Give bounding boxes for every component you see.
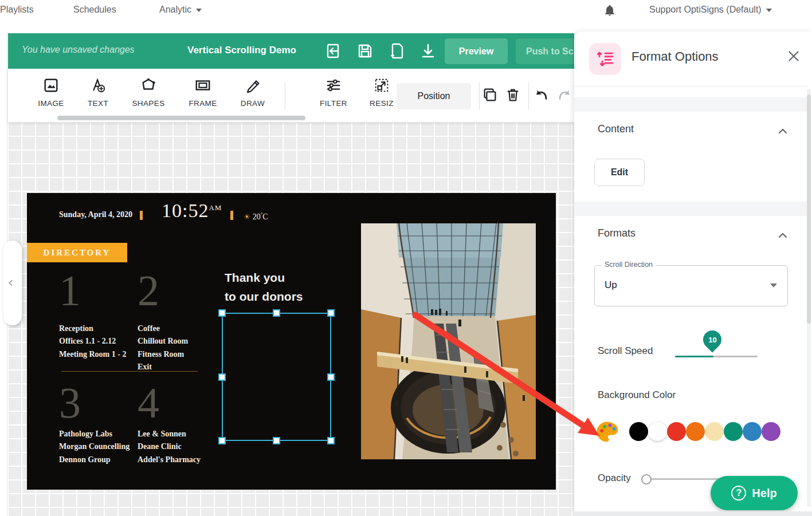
scroll-direction-label: Scroll Direction <box>602 261 656 269</box>
color-swatch-cream[interactable] <box>705 422 724 441</box>
close-panel-button[interactable] <box>786 49 801 64</box>
toolbar-divider <box>479 82 480 110</box>
panel-scrollbar-thumb[interactable] <box>807 94 811 324</box>
panel-title: Format Options <box>631 49 719 64</box>
opacity-label: Opacity <box>598 472 631 484</box>
separator-bar <box>230 211 233 220</box>
canvas-clock: 10:52AM <box>162 200 222 222</box>
directory-banner: DIRECTORY <box>27 243 127 262</box>
tools-toolbar: IMAGE TEXT SHAPES FRAME DRAW FILTER RESI… <box>8 69 574 122</box>
chevron-up-icon <box>776 229 790 242</box>
open-file-button[interactable] <box>324 42 343 60</box>
opacity-slider-thumb[interactable] <box>641 474 652 485</box>
signage-canvas[interactable]: Sunday, April 4, 2020 10:52AM ☀20°C DIRE… <box>27 193 556 490</box>
panel-scrollbar <box>807 89 811 507</box>
section-number: 3 <box>59 381 81 424</box>
color-swatch-teal[interactable] <box>724 422 743 441</box>
scroll-speed-value: 10 <box>708 336 716 344</box>
collapse-content-button[interactable] <box>776 124 790 138</box>
resize-handle-se[interactable] <box>327 437 335 444</box>
toolbar-divider <box>285 82 285 110</box>
color-swatch-orange[interactable] <box>686 422 705 441</box>
section-divider <box>574 97 808 112</box>
selected-element[interactable] <box>222 313 331 441</box>
nav-item-playlists[interactable]: Playlists <box>0 5 34 15</box>
document-title: Vertical Scrolling Demo <box>187 45 296 56</box>
background-color-label: Background Color <box>598 389 676 401</box>
custom-color-picker[interactable] <box>595 420 619 444</box>
palette-icon <box>595 420 619 444</box>
nav-item-schedules[interactable]: Schedules <box>73 5 116 15</box>
tool-draw[interactable]: DRAW <box>230 77 276 108</box>
scroll-speed-slider-fill <box>675 356 713 357</box>
section-number: 2 <box>138 269 159 312</box>
nav-item-analytic[interactable]: Analytic <box>159 5 202 15</box>
directory-divider <box>61 371 198 372</box>
color-swatch-purple[interactable] <box>762 422 780 441</box>
scroll-speed-thumb[interactable]: 10 <box>699 326 725 352</box>
duplicate-button[interactable] <box>387 42 406 60</box>
duplicate-page-icon <box>387 42 406 60</box>
tool-shapes[interactable]: SHAPES <box>125 77 171 108</box>
redo-button[interactable] <box>556 86 573 104</box>
chevron-left-icon <box>7 279 15 287</box>
scroll-format-icon <box>595 49 615 69</box>
tool-image[interactable]: IMAGE <box>28 77 74 108</box>
resize-handle-nw[interactable] <box>218 309 226 317</box>
resize-handle-ne[interactable] <box>327 309 335 317</box>
scroll-speed-label: Scroll Speed <box>598 345 653 357</box>
unsaved-changes-notice: You have unsaved changes <box>22 45 135 55</box>
toolbar-horizontal-scrollbar[interactable] <box>57 116 305 120</box>
text-icon <box>89 77 107 94</box>
toolbar-divider <box>528 82 529 110</box>
save-button[interactable] <box>356 42 374 60</box>
page-bottom-strip <box>574 511 812 516</box>
resize-handle-e[interactable] <box>327 373 335 381</box>
color-swatch-blue[interactable] <box>743 422 762 441</box>
resize-handle-n[interactable] <box>273 309 280 317</box>
section-number: 1 <box>59 269 81 312</box>
chevron-down-icon <box>766 9 772 12</box>
redo-icon <box>556 86 573 104</box>
account-menu[interactable]: Support OptiSigns (Default) <box>649 5 772 15</box>
image-icon <box>42 77 60 94</box>
undo-button[interactable] <box>533 86 550 104</box>
chevron-up-icon <box>776 124 790 138</box>
tool-filter[interactable]: FILTER <box>311 77 356 108</box>
meridiem: AM <box>209 203 222 212</box>
collapse-drawer-handle[interactable] <box>3 241 22 325</box>
atrium-photo[interactable] <box>361 223 536 459</box>
position-button[interactable]: Position <box>397 83 471 109</box>
help-button[interactable]: ? Help <box>711 476 798 510</box>
edit-content-button[interactable]: Edit <box>594 159 645 186</box>
import-icon <box>324 42 343 60</box>
resize-handle-sw[interactable] <box>218 437 226 444</box>
color-swatch-black[interactable] <box>629 422 648 441</box>
download-button[interactable] <box>419 42 437 60</box>
delete-button[interactable] <box>504 86 521 104</box>
collapse-formats-button[interactable] <box>776 229 790 242</box>
directory-section-list: Lee & Sonnen Deane Clinic Addel's Pharma… <box>138 429 201 467</box>
resize-handle-s[interactable] <box>273 437 280 444</box>
notifications-bell[interactable] <box>603 3 616 19</box>
tool-frame[interactable]: FRAME <box>180 77 226 108</box>
color-swatch-red[interactable] <box>667 422 686 441</box>
save-icon <box>356 42 374 60</box>
canvas-date: Sunday, April 4, 2020 <box>59 210 132 219</box>
color-swatch-white[interactable] <box>648 422 667 441</box>
undo-icon <box>533 86 550 104</box>
section-number: 4 <box>138 381 159 424</box>
filter-sliders-icon <box>325 77 342 94</box>
resize-handle-w[interactable] <box>218 373 226 381</box>
preview-button[interactable]: Preview <box>445 38 508 64</box>
canvas-weather: ☀20°C <box>244 211 268 222</box>
editor-header: You have unsaved changes Vertical Scroll… <box>8 33 574 69</box>
scroll-direction-select[interactable]: Scroll Direction Up <box>594 265 788 306</box>
copy-button[interactable] <box>481 86 499 104</box>
divider <box>574 86 808 86</box>
content-section-label: Content <box>598 123 634 135</box>
frame-icon <box>194 77 211 94</box>
tool-text[interactable]: TEXT <box>75 77 121 108</box>
sun-icon: ☀ <box>244 212 250 221</box>
shapes-icon <box>140 77 157 94</box>
